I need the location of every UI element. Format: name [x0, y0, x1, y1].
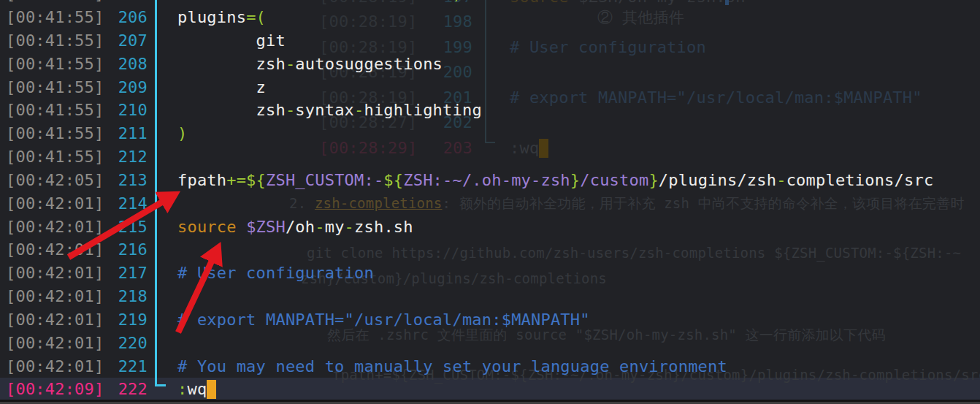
terminal-screen[interactable]: 2. zsh-completions: 额外的自动补全功能，用于补充 zsh 中… [0, 0, 980, 404]
code-segment: autosuggestions [295, 55, 443, 73]
code-segment: ZSH:-~/.oh-my-zsh [403, 171, 570, 189]
terminal-row[interactable]: [00:41:55]205 ) [0, 0, 980, 6]
line-number: 208 [102, 53, 148, 76]
terminal-row[interactable]: [00:42:01]220 [0, 332, 980, 355]
line-number: 216 [102, 238, 148, 262]
timestamp: [00:41:55] [6, 122, 104, 145]
line-number: 209 [102, 76, 148, 99]
code-segment: # export MANPATH="/usr/local/man:$MANPAT… [177, 310, 590, 329]
timestamp: [00:42:01] [6, 308, 104, 332]
code-segment: - [286, 101, 295, 119]
code-line: # export MANPATH="/usr/local/man:$MANPAT… [177, 308, 590, 332]
code-segment: /oh [286, 218, 315, 236]
terminal-row[interactable]: [00:42:01]214 [0, 192, 980, 216]
timestamp: [00:41:55] [6, 76, 104, 99]
line-number: 205 [102, 0, 148, 6]
line-number: 212 [102, 145, 148, 169]
timestamp: [00:42:01] [6, 238, 104, 262]
code-segment: - [776, 171, 786, 189]
code-segment: : [177, 380, 187, 398]
code-segment: git [177, 31, 286, 50]
terminal-row[interactable]: [00:41:55]210 zsh-syntax-highlighting [0, 99, 980, 122]
timestamp: [00:42:01] [6, 262, 104, 285]
line-number: 217 [102, 262, 148, 285]
terminal-row[interactable]: [00:42:01]216 [0, 238, 980, 262]
code-segment: } [570, 171, 580, 189]
line-number: 215 [102, 216, 148, 239]
terminal-row[interactable]: [00:41:55]206plugins=( [0, 6, 980, 29]
timestamp: [00:42:01] [6, 355, 104, 378]
code-segment: } [648, 171, 658, 189]
timestamp: [00:41:55] [6, 53, 104, 76]
code-segment: ) [452, 0, 462, 3]
code-segment: z [177, 78, 266, 96]
code-line: :wq [177, 378, 216, 401]
terminal-row[interactable]: [00:41:55]209 z [0, 76, 980, 99]
code-segment: zsh [177, 101, 286, 119]
line-number: 207 [102, 29, 148, 53]
timestamp: [00:41:55] [6, 0, 104, 6]
terminal-rows: [00:41:55]205 )[00:41:55]206plugins=([00… [0, 0, 980, 404]
code-segment: =( [246, 8, 266, 26]
terminal-row[interactable]: [00:41:55]208 zsh-autosuggestions [0, 53, 980, 76]
code-segment: +=${ [226, 171, 266, 189]
terminal-row[interactable]: [00:42:01]217# User configuration [0, 262, 980, 285]
code-segment: completions/src [786, 171, 934, 189]
timestamp: [00:41:55] [6, 29, 104, 53]
timestamp: [00:42:09] [6, 378, 104, 401]
code-line: zsh-autosuggestions [177, 53, 443, 76]
code-line: source $ZSH/oh-my-zsh.sh [177, 216, 413, 239]
ghost-gutter-separator-line [485, 0, 486, 143]
terminal-row[interactable]: [00:42:09]222:wq [0, 378, 980, 401]
code-segment: source [177, 218, 237, 236]
code-line: zsh-syntax-highlighting [177, 99, 482, 122]
code-segment: my [325, 218, 345, 236]
code-segment: - [345, 218, 354, 236]
code-segment: # User configuration [177, 264, 374, 282]
code-segment: highlighting [364, 101, 481, 119]
terminal-row[interactable]: [00:41:55]212 [0, 145, 980, 169]
code-segment [177, 0, 452, 3]
timestamp: [00:41:55] [6, 145, 104, 169]
code-segment: ZSH_CUSTOM:- [266, 171, 383, 189]
line-number: 211 [102, 122, 148, 145]
code-segment: plugins [177, 8, 246, 26]
code-segment: /custom [580, 171, 648, 189]
timestamp: [00:42:01] [6, 285, 104, 308]
code-line: ) [177, 122, 187, 145]
code-segment: - [315, 218, 324, 236]
line-number: 213 [102, 169, 148, 192]
line-number: 221 [102, 355, 148, 378]
terminal-row[interactable]: [00:42:01]218 [0, 285, 980, 308]
gutter-separator-line [155, 0, 157, 386]
code-line: git [177, 29, 286, 53]
code-segment: - [354, 101, 364, 119]
timestamp: [00:42:01] [6, 192, 104, 216]
timestamp: [00:41:55] [6, 6, 104, 29]
timestamp: [00:42:01] [6, 332, 104, 355]
line-number: 206 [102, 6, 148, 29]
terminal-row[interactable]: [00:42:01]215source $ZSH/oh-my-zsh.sh [0, 216, 980, 239]
code-line: fpath+=${ZSH_CUSTOM:-${ZSH:-~/.oh-my-zsh… [177, 169, 933, 192]
code-line: plugins=( [177, 6, 266, 29]
line-number: 219 [102, 308, 148, 332]
code-segment: zsh [177, 55, 286, 73]
timestamp: [00:42:05] [6, 169, 104, 192]
code-segment: ${ [383, 171, 403, 189]
line-number: 220 [102, 332, 148, 355]
code-segment: ) [177, 124, 187, 142]
terminal-row[interactable]: [00:42:01]219# export MANPATH="/usr/loca… [0, 308, 980, 332]
code-line: # User configuration [177, 262, 374, 285]
code-segment: syntax [295, 101, 354, 119]
line-number: 222 [102, 378, 148, 401]
code-segment: zsh.sh [354, 218, 413, 236]
terminal-row[interactable]: [00:42:05]213fpath+=${ZSH_CUSTOM:-${ZSH:… [0, 169, 980, 192]
line-number: 210 [102, 99, 148, 122]
terminal-row[interactable]: [00:41:55]207 git [0, 29, 980, 53]
terminal-row[interactable]: [00:42:01]221# You may need to manually … [0, 355, 980, 378]
code-segment [237, 218, 246, 236]
code-segment: # You may need to manually set your lang… [177, 357, 727, 376]
code-line: ) [177, 0, 462, 6]
code-line: z [177, 76, 266, 99]
ghost-blue-cursor-fragment [725, 0, 729, 5]
